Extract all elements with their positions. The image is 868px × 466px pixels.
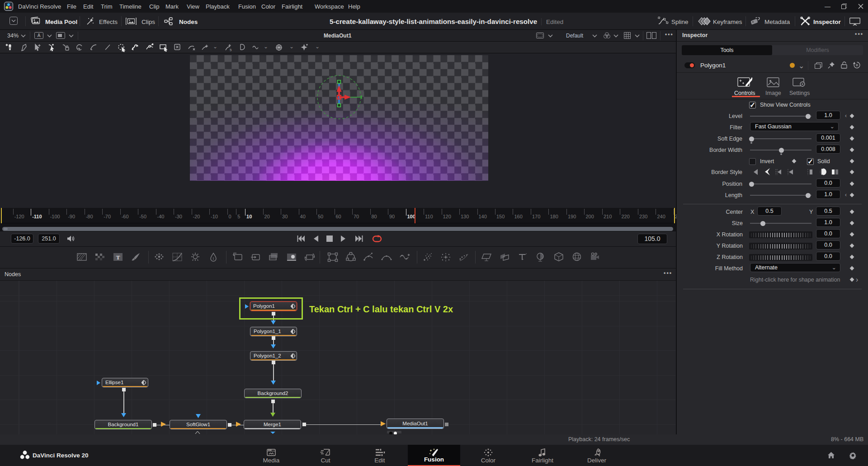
svg-text:5: 5 xyxy=(230,48,232,52)
svg-text:A: A xyxy=(38,33,41,38)
svg-text:T: T xyxy=(116,254,120,261)
